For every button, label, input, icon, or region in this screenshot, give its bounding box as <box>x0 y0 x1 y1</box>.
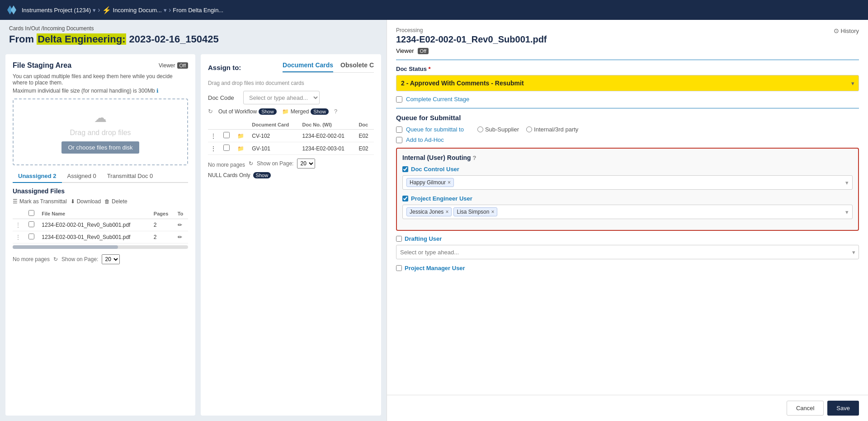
select-all-checkbox[interactable] <box>28 210 34 216</box>
complete-stage-label: Complete Current Stage <box>406 96 469 103</box>
null-cards-show[interactable]: Show <box>253 172 271 178</box>
row-menu-2[interactable]: ⋮ <box>13 231 26 243</box>
doc-code-row: Doc Code Select or type ahead... <box>208 91 374 104</box>
project-engineer-checkbox[interactable] <box>402 196 408 201</box>
folder-icon-1: 📁 <box>235 130 249 142</box>
queue-submittal-checkbox[interactable] <box>396 126 402 133</box>
chevron-icon-2: ▾ <box>164 7 167 14</box>
tag-jessica-jones: Jessica Jones × <box>406 207 452 216</box>
drafting-user-input[interactable] <box>396 245 859 259</box>
download-button[interactable]: ⬇ Download <box>71 198 101 205</box>
table-row: ⋮ 1234-E02-002-01_Rev0_Sub001.pdf 2 ✏ <box>13 219 188 231</box>
history-button[interactable]: ⊙ History <box>834 27 859 34</box>
refresh-icon[interactable]: ↻ <box>53 256 58 262</box>
project-engineer-header: Project Engineer User <box>402 195 853 202</box>
doc-row-menu-1[interactable]: ⋮ <box>208 130 221 142</box>
download-icon: ⬇ <box>71 198 75 205</box>
doc-status-wrapper: 2 - Approved With Comments - Resubmit ▾ <box>396 75 859 91</box>
tag-happy-gilmour: Happy Gilmour × <box>406 178 454 187</box>
assign-tabs: Document Cards Obsolete C <box>283 61 374 73</box>
staging-description: You can upload multiple files and keep t… <box>13 73 188 86</box>
doc-refresh-icon[interactable]: ↻ <box>249 160 253 167</box>
tab-unassigned[interactable]: Unassigned 2 <box>13 170 62 183</box>
doc-pagination: No more pages ↻ Show on Page: 20 50 <box>208 159 374 168</box>
queue-submittal-row: Queue for submittal to Sub-Supplier Inte… <box>396 126 859 133</box>
mark-transmittal-button[interactable]: ☰ Mark as Transmittal <box>13 198 67 205</box>
horizontal-scrollbar[interactable] <box>13 245 188 249</box>
merged-filter: 📁 Merged Show <box>282 108 329 115</box>
out-of-workflow-show[interactable]: Show <box>259 108 277 115</box>
choose-files-button[interactable]: Or choose files from disk <box>61 141 139 154</box>
doc-cell-1: E02 <box>356 130 374 142</box>
project-manager-checkbox[interactable] <box>396 265 402 271</box>
drop-text: Drag and drop files <box>24 129 176 137</box>
remove-tag-happy[interactable]: × <box>448 179 451 186</box>
breadcrumb-sep-2: › <box>169 6 171 14</box>
remove-tag-lisa[interactable]: × <box>491 209 494 215</box>
drafting-chevron-icon: ▾ <box>852 249 855 256</box>
project-engineer-tags[interactable]: Jessica Jones × Lisa Simpson × ▾ <box>402 205 853 219</box>
assign-panel: Assign to: Document Cards Obsolete C Dra… <box>201 54 381 416</box>
folder-icon-2: 📁 <box>235 142 249 155</box>
doc-control-checkbox[interactable] <box>402 166 408 172</box>
nav-logo[interactable] <box>5 4 18 16</box>
card-cell-1: CV-102 <box>249 130 299 142</box>
breadcrumb-delta[interactable]: From Delta Engin... <box>173 7 223 14</box>
document-cards-table: Document Card Doc No. (WI) Doc ⋮ 📁 CV-10… <box>208 120 374 155</box>
file-checkbox-1[interactable] <box>28 221 34 227</box>
merged-show[interactable]: Show <box>311 108 329 115</box>
tab-assigned[interactable]: Assigned 0 <box>62 170 102 183</box>
add-adhoc-checkbox[interactable] <box>396 137 402 143</box>
required-star: * <box>429 65 431 72</box>
drafting-user-header: Drafting User <box>396 235 859 242</box>
doc-control-tags[interactable]: Happy Gilmour × ▾ <box>402 175 853 190</box>
radio-internal-3rd-input[interactable] <box>526 126 532 132</box>
remove-tag-jessica[interactable]: × <box>445 209 448 215</box>
project-manager-label: Project Manager User <box>405 265 465 271</box>
cancel-button[interactable]: Cancel <box>787 401 824 416</box>
merged-label: Merged <box>291 108 309 115</box>
routing-box: Internal (User) Routing ? Doc Control Us… <box>396 148 859 231</box>
drafting-user-checkbox[interactable] <box>396 236 402 242</box>
refresh-icon-2[interactable]: ↻ <box>208 108 213 115</box>
doc-row-menu-2[interactable]: ⋮ <box>208 142 221 155</box>
doc-col-check <box>221 120 235 130</box>
processing-filename: 1234-E02-002-01_Rev0_Sub001.pdf <box>396 34 859 45</box>
routing-help-icon[interactable]: ? <box>473 154 476 161</box>
delete-button[interactable]: 🗑 Delete <box>104 198 127 205</box>
doc-code-select[interactable]: Select or type ahead... <box>243 91 320 104</box>
divider-1 <box>396 60 859 60</box>
page-size-select[interactable]: 20 50 <box>102 254 120 264</box>
doc-checkbox-2[interactable] <box>223 145 230 151</box>
card-cell-2: GV-101 <box>249 142 299 155</box>
file-staging-panel: File Staging Area Viewer Off You can upl… <box>5 54 195 416</box>
doc-checkbox-1[interactable] <box>223 132 230 138</box>
tab-document-cards[interactable]: Document Cards <box>283 61 333 72</box>
upload-icon: ☁ <box>24 110 176 125</box>
col-checkbox <box>26 208 39 219</box>
file-checkbox-2[interactable] <box>28 234 34 239</box>
files-table: File Name Pages To ⋮ 1234-E02-002-01_Rev… <box>13 208 188 243</box>
doc-code-wrapper: Select or type ahead... <box>243 91 374 104</box>
row-menu-1[interactable]: ⋮ <box>13 219 26 231</box>
doc-status-select[interactable]: 2 - Approved With Comments - Resubmit <box>396 75 859 91</box>
doc-col-card: Document Card <box>249 120 299 130</box>
doc-page-size-select[interactable]: 20 50 <box>297 159 315 168</box>
save-button[interactable]: Save <box>827 401 859 416</box>
project-engineer-group: Project Engineer User Jessica Jones × Li… <box>402 195 853 219</box>
drafting-user-label: Drafting User <box>405 235 442 242</box>
drop-zone[interactable]: ☁ Drag and drop files Or choose files fr… <box>13 98 188 165</box>
breadcrumb-incoming[interactable]: ⚡ Incoming Docum... ▾ <box>102 6 167 14</box>
doc-cell-2: E02 <box>356 142 374 155</box>
info-icon[interactable]: ℹ <box>156 88 159 94</box>
help-icon[interactable]: ? <box>334 108 337 115</box>
radio-sub-supplier-input[interactable] <box>477 126 483 132</box>
breadcrumb-instruments[interactable]: Instruments Project (1234) ▾ <box>22 7 96 14</box>
pagination-row: No more pages ↻ Show on Page: 20 50 <box>13 254 188 264</box>
tab-transmittal[interactable]: Transmittal Doc 0 <box>102 170 158 183</box>
tab-obsolete[interactable]: Obsolete C <box>340 61 374 72</box>
history-circle-icon: ⊙ <box>834 27 839 34</box>
doc-col-docno: Doc No. (WI) <box>300 120 356 130</box>
complete-stage-checkbox[interactable] <box>396 96 402 103</box>
breadcrumb-sep-1: › <box>98 6 100 14</box>
